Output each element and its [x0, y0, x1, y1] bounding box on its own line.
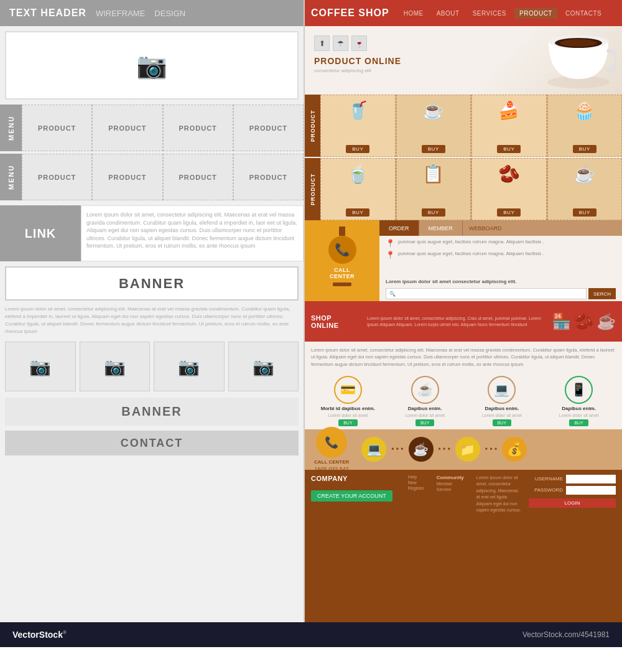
link-section: LINK Lorem ipsum dolor sit amet, consect…	[0, 205, 304, 261]
lorem-description: Lorem ipsum dolor sit amet, consectetur …	[81, 205, 304, 261]
call-center-content: 📞 CALL CENTER	[328, 220, 356, 301]
location-item-2: 📍 pulvinar quis augue eget, facilisis ru…	[386, 251, 616, 259]
nav-contacts[interactable]: CONTACTS	[560, 8, 606, 19]
coffee-header: COFFEE SHOP HOME ABOUT SERVICES PRODUCT …	[305, 0, 622, 26]
step-icon-coin: 💰	[502, 437, 527, 462]
contact-box[interactable]: CONTACT	[5, 431, 299, 455]
vectorstock-url: VectorStock.com/4541981	[522, 630, 610, 639]
buy-button-4[interactable]: BUY	[573, 145, 596, 153]
link-help[interactable]: Help	[408, 475, 424, 479]
buy-button-7[interactable]: BUY	[497, 208, 521, 217]
icon-sublabel-3: Lorem dolor sit amet	[482, 413, 522, 418]
company-lorem-col: Lorem ipsum dolor sit amet, consectetur …	[476, 475, 522, 617]
menu-label-1: MENU	[0, 105, 22, 151]
left-wireframe-panel: TEXT HEADER WIREFRAME DESIGN 📷 MENU PROD…	[0, 0, 305, 622]
search-button[interactable]: SERCH	[588, 288, 616, 299]
location-text-2: pulvinar quis augue eget, facilisis rutr…	[398, 251, 544, 257]
call-bar: 📞 CALL CENTER 1605 032 542 💻 • • • ☕ • •…	[305, 429, 622, 470]
call-center-box: 📞 CALL CENTER	[305, 220, 379, 301]
right-lorem-block: Lorem ipsum dolor sit amet, consectetur …	[305, 342, 622, 373]
search-magnifier-icon: 🔍	[389, 291, 396, 297]
buy-button-6[interactable]: BUY	[422, 208, 445, 217]
wine-icon: 🍷	[351, 35, 367, 51]
banner-box-1[interactable]: BANNER	[5, 266, 299, 301]
location-pin-2: 📍	[386, 251, 395, 259]
product-item-5: 🍵 BUY	[320, 158, 396, 220]
tab-member[interactable]: MEMBER	[419, 220, 463, 236]
link-new[interactable]: New	[408, 480, 424, 485]
password-input[interactable]	[566, 486, 616, 495]
order-lorem-text: Lorem ipsum dolor sit amet consectetur a…	[379, 277, 622, 286]
username-input[interactable]	[566, 475, 616, 483]
buy-green-3[interactable]: BUY	[493, 419, 511, 426]
buy-green-1[interactable]: BUY	[338, 419, 357, 426]
coffee-circle-icon: ☕	[411, 376, 439, 404]
buy-button-3[interactable]: BUY	[497, 145, 521, 153]
buy-button-8[interactable]: BUY	[573, 208, 596, 217]
location-item-1: 📍 pulvinar quis augue eget, facilisis ru…	[386, 239, 616, 248]
product-row-2: MENU PRODUCT PRODUCT PRODUCT PRODUCT	[0, 154, 304, 200]
call-center-text: CALL CENTER	[330, 267, 355, 279]
hero-coffee-cup	[541, 29, 616, 91]
product-cell: PRODUCT	[163, 105, 233, 151]
product-cell: PRODUCT	[233, 154, 304, 200]
company-lorem-text: Lorem ipsum dolor sit amet, consectetur …	[476, 475, 522, 514]
product-section-1: PRODUCT 🥤 BUY ☕ BUY 🍰 BUY 🧁 BUY	[305, 95, 622, 157]
location-pin-1: 📍	[386, 239, 395, 248]
create-account-button[interactable]: CREATE YOUR ACCOUNT	[311, 490, 392, 502]
product-cell: PRODUCT	[92, 105, 162, 151]
login-button[interactable]: LOGIN	[529, 498, 616, 508]
coffee-nav: HOME ABOUT SERVICES PRODUCT CONTACTS	[399, 8, 607, 19]
product-item-1: 🥤 BUY	[320, 95, 396, 157]
tab-order[interactable]: ORDER	[379, 220, 419, 236]
link-box[interactable]: LINK	[0, 205, 81, 261]
photo-cell-4: 📷	[228, 342, 299, 391]
buy-green-2[interactable]: BUY	[415, 419, 434, 426]
buy-green-4[interactable]: BUY	[569, 419, 588, 426]
buy-button-5[interactable]: BUY	[346, 208, 369, 217]
tab-webboard[interactable]: WEBBOARD	[463, 220, 508, 236]
product-cell: PRODUCT	[233, 105, 304, 151]
call-center-bar-section: 📞 CALL CENTER 1605 032 542	[314, 427, 349, 472]
banner-box-2[interactable]: BANNER	[5, 398, 299, 426]
search-bar: 🔍 SERCH	[386, 288, 616, 299]
shop-store-icon: 🏪	[552, 312, 571, 330]
product-items-1: 🥤 BUY ☕ BUY 🍰 BUY 🧁 BUY	[320, 95, 622, 157]
icon-product-4: 📱 Dapibus enim. Lorem dolor sit amet BUY	[541, 376, 617, 426]
buy-button-1[interactable]: BUY	[346, 145, 369, 153]
icon-label-2: Dapibus enim.	[408, 406, 442, 411]
camera-icon-2: 📷	[104, 357, 126, 377]
coffee-beans-icon: 🫘	[498, 164, 520, 184]
company-section: COMPANY CREATE YOUR ACCOUNT Help New Reg…	[305, 470, 622, 622]
nav-home[interactable]: HOME	[399, 8, 429, 19]
nav-services[interactable]: SERVICES	[468, 8, 511, 19]
shop-mug-icon: ☕	[596, 312, 616, 330]
product-section-2: PRODUCT 🍵 BUY 📋 BUY 🫘 BUY ☕ BUY	[305, 158, 622, 220]
call-bar-label: CALL CENTER	[314, 459, 349, 465]
umbrella-icon: ☂	[333, 35, 348, 51]
login-section: USERNAME PASSWORD LOGIN	[529, 475, 616, 617]
link-register[interactable]: Register	[408, 486, 424, 490]
coffee-cup-icon: 🥤	[347, 100, 369, 121]
nav-product[interactable]: PRODUCT	[514, 8, 557, 19]
icon-sublabel-2: Lorem dolor sit amet	[405, 413, 445, 418]
icon-product-3: 💻 Dapibus enim. Lorem dolor sit amet BUY	[464, 376, 541, 426]
link-member[interactable]: Member	[437, 482, 464, 486]
photo-cell-3: 📷	[154, 342, 225, 391]
link-service[interactable]: Service	[437, 487, 464, 492]
step-icon-folder: 📁	[455, 437, 480, 462]
buy-button-2[interactable]: BUY	[422, 145, 445, 153]
step-dots-3: • • •	[485, 445, 497, 454]
nav-about[interactable]: ABOUT	[432, 8, 465, 19]
icon-product-2: ☕ Dapibus enim. Lorem dolor sit amet BUY	[387, 376, 463, 426]
shop-online-section: SHOP ONLINE Lorem ipsum dolor sit amet, …	[305, 301, 622, 342]
location-text-1: pulvinar quis augue eget, facilisis rutr…	[398, 239, 544, 245]
search-input[interactable]: 🔍	[386, 288, 587, 299]
call-center-circle: 📞	[316, 427, 347, 458]
image-placeholder: 📷	[5, 31, 299, 100]
step-dots-2: • • •	[439, 445, 450, 454]
product-cell: PRODUCT	[163, 154, 233, 200]
camera-icon-4: 📷	[253, 357, 274, 377]
menu-book-icon: 📋	[422, 164, 444, 184]
call-icon-container: 📞	[328, 236, 356, 264]
